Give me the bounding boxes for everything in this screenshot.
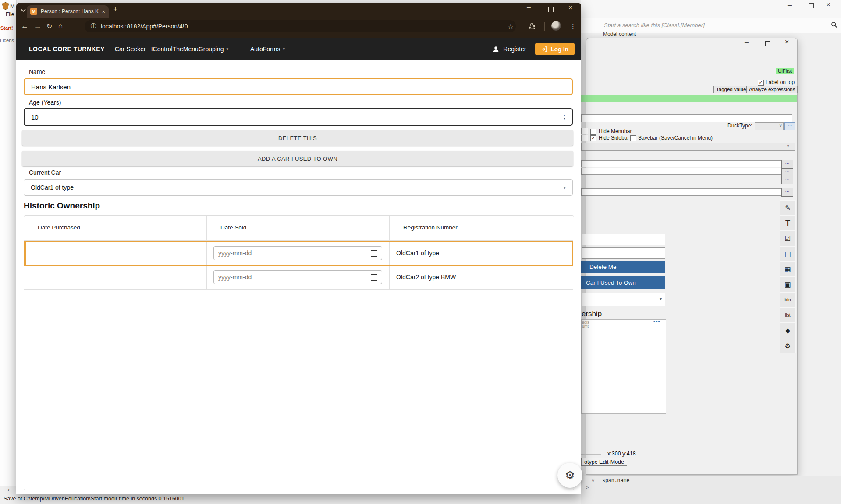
hide-sidebar-checkbox[interactable]: ✓ — [590, 135, 596, 141]
file-menu[interactable]: File — [6, 11, 14, 18]
date-placeholder: yyyy-mm-dd — [218, 250, 252, 257]
hide-menubar-checkbox[interactable] — [590, 129, 596, 135]
row-divider — [24, 289, 573, 290]
historic-ownership-title: Historic Ownership — [24, 201, 100, 211]
tagged-values-button[interactable]: Tagged values — [713, 86, 751, 93]
status-text: Save of C:\temp\MDrivenEducation\Start.m… — [4, 496, 185, 502]
current-car-select[interactable]: OldCar1 of type ▾ — [24, 179, 573, 196]
login-button[interactable]: Log in — [535, 43, 575, 55]
scroll-left-button[interactable]: ‹ — [0, 486, 17, 495]
reload-icon[interactable]: ↻ — [46, 22, 52, 30]
preview-delete-me-button[interactable]: Delete Me — [581, 261, 665, 273]
analyze-expressions-button[interactable]: Analyze expressions — [746, 86, 798, 93]
add-car-button[interactable]: ADD A CAR I USED TO OWN — [22, 151, 573, 166]
preview-table-text-2: umt — [582, 324, 589, 328]
chevron-down-icon: ▾ — [283, 47, 285, 51]
desktop-app-titlebar — [581, 0, 841, 18]
home-icon[interactable]: ⌂ — [58, 22, 63, 30]
calendar-icon[interactable]: ▦ — [780, 261, 796, 277]
savebar-label: Savebar (Save/Cancel in Menu) — [638, 135, 713, 141]
checkbox-icon[interactable]: ☑ — [780, 231, 796, 246]
expression-input[interactable] — [581, 114, 792, 122]
binding-input-2[interactable] — [581, 168, 781, 175]
address-bar[interactable]: ⓘ localhost:8182/App#/Person/4!0 — [85, 20, 516, 32]
nav-item-car-seeker[interactable]: Car Seeker — [115, 46, 146, 53]
extensions-icon[interactable] — [529, 23, 536, 30]
settings-fab[interactable]: ⚙ — [557, 463, 582, 488]
calendar-icon[interactable] — [371, 274, 377, 281]
tab-search-chevron-icon[interactable] — [20, 8, 26, 12]
prototyper-minimize-button[interactable]: – — [745, 39, 749, 46]
age-input[interactable]: 10 ▴ ▾ — [24, 108, 573, 126]
more-button-4[interactable]: ... — [781, 188, 793, 197]
divider — [600, 476, 600, 504]
nav-item-autoforms[interactable]: AutoForms — [250, 46, 280, 53]
browser-minimize-button[interactable]: – — [527, 4, 531, 11]
binding-input-3[interactable] — [581, 188, 781, 196]
ducktype-combobox[interactable]: ˅ — [755, 122, 784, 130]
ducktype-more-button[interactable]: ... — [784, 122, 795, 130]
forward-icon[interactable]: → — [34, 22, 42, 31]
browser-maximize-button[interactable] — [548, 7, 554, 12]
date-sold-input-row2[interactable]: yyyy-mm-dd — [213, 270, 382, 284]
chevron-right-icon[interactable]: > — [586, 485, 589, 490]
app-minimize-button[interactable]: – — [788, 0, 792, 10]
browser-tab[interactable]: M Person : Person: Hans Karlsen × — [27, 5, 109, 18]
preview-current-car-select[interactable]: ▾ — [582, 293, 665, 306]
package-icon[interactable]: ◆ — [780, 323, 796, 338]
search-icon[interactable] — [831, 21, 837, 28]
date-sold-input-row1[interactable]: yyyy-mm-dd — [213, 246, 382, 260]
back-icon[interactable]: ← — [21, 22, 28, 31]
edit-icon[interactable]: ✎ — [780, 200, 796, 215]
site-info-icon[interactable]: ⓘ — [91, 22, 96, 30]
app-maximize-button[interactable] — [809, 3, 814, 8]
browser-close-button[interactable]: × — [568, 4, 572, 12]
status-green-bar — [581, 95, 797, 102]
list-icon[interactable]: list — [780, 307, 796, 323]
start-tab-fragment[interactable]: Start! — [0, 25, 13, 31]
new-tab-button[interactable]: + — [113, 5, 118, 14]
age-stepper[interactable]: ▴ ▾ — [564, 114, 565, 120]
clipped-input[interactable] — [581, 135, 588, 141]
app-close-button[interactable]: × — [826, 0, 830, 9]
combobox-icon[interactable]: ▤ — [780, 246, 796, 261]
preview-add-car-button[interactable]: Car I Used To Own — [581, 276, 665, 289]
chevron-down-icon: ▾ — [660, 296, 662, 301]
leftmost-window-edge — [0, 0, 17, 504]
bookmark-star-icon[interactable]: ☆ — [507, 22, 514, 31]
prototyper-maximize-button[interactable] — [765, 41, 770, 46]
edit-mode-toggle[interactable]: otype Edit-Mode — [581, 458, 627, 466]
delete-this-button[interactable]: DELETE THIS — [22, 130, 573, 146]
style-combobox[interactable]: ˅ — [581, 143, 795, 151]
chevron-down-icon[interactable]: ˅ — [592, 478, 594, 483]
savebar-checkbox[interactable] — [630, 135, 636, 141]
preview-name-input[interactable] — [582, 234, 665, 245]
register-button[interactable]: Register — [492, 46, 526, 53]
nav-item-menu-grouping[interactable]: IControlTheMenuGrouping — [151, 46, 224, 53]
profile-avatar[interactable] — [551, 21, 561, 31]
name-input[interactable]: Hans Karlsen — [24, 78, 573, 95]
chevron-down-icon: ▾ — [563, 185, 566, 190]
calendar-icon[interactable] — [371, 250, 377, 257]
ership-heading: ership — [582, 310, 602, 318]
ellipsis-menu-icon[interactable]: ••• — [653, 319, 660, 325]
registration-cell: OldCar1 of type — [396, 250, 439, 257]
window-settings-icon[interactable]: ⚙ — [780, 338, 796, 353]
text-icon[interactable]: T — [780, 215, 796, 231]
navbar-brand[interactable]: LOCAL CORE TURNKEY — [29, 46, 105, 53]
more-button-3[interactable]: ... — [781, 176, 793, 184]
license-text-fragment: Licens — [0, 38, 16, 43]
tab-close-icon[interactable]: × — [102, 8, 105, 15]
app-title-fragment: M — [10, 3, 15, 9]
ducktype-label: DuckType: — [727, 123, 752, 129]
image-icon[interactable]: ▣ — [780, 277, 796, 292]
preview-age-input[interactable] — [582, 247, 665, 259]
button-icon[interactable]: btn — [780, 292, 796, 307]
browser-menu-icon[interactable]: ⋮ — [570, 22, 576, 30]
column-header-date-sold: Date Sold — [220, 224, 246, 231]
prototyper-close-button[interactable]: × — [785, 38, 789, 46]
stepper-down-icon[interactable]: ▾ — [564, 117, 565, 120]
clipped-input[interactable] — [581, 128, 588, 134]
binding-input-1[interactable] — [581, 160, 781, 167]
label-on-top-checkbox[interactable]: ✓ — [758, 80, 764, 86]
